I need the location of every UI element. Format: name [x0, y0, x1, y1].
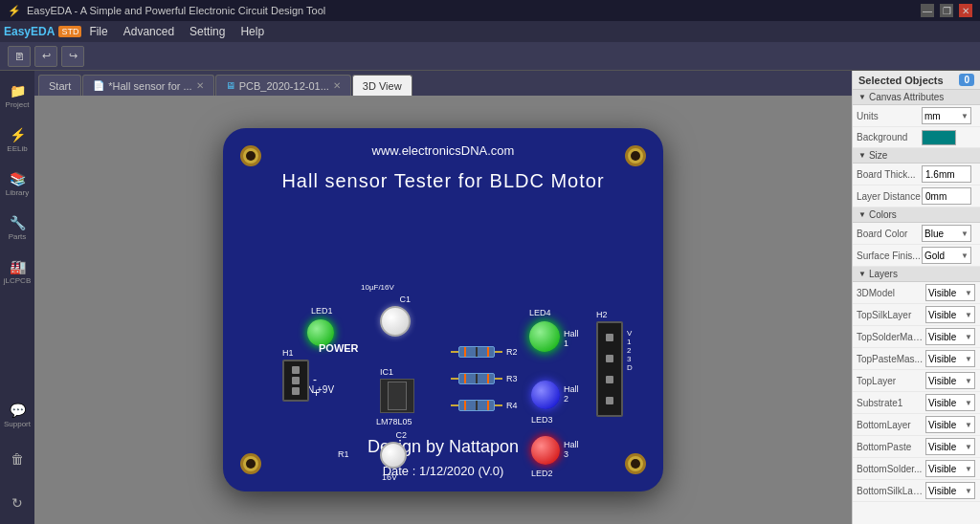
- layer-dropdown-8[interactable]: Visible ▼: [925, 460, 975, 477]
- close-button[interactable]: ✕: [959, 4, 972, 17]
- toolbar-btn-2[interactable]: ↩: [34, 46, 57, 67]
- led3-label: LED3: [531, 415, 553, 425]
- layer-dropdown-0[interactable]: Visible ▼: [925, 284, 975, 301]
- maximize-button[interactable]: ❐: [940, 4, 953, 17]
- surface-finish-arrow: ▼: [961, 251, 969, 260]
- layer-dropdown-6[interactable]: Visible ▼: [925, 416, 975, 433]
- title-bar: ⚡ EasyEDA - A Simple and Powerful Electr…: [0, 0, 980, 21]
- tab-start[interactable]: Start: [38, 75, 81, 96]
- tab-hall-close[interactable]: ✕: [196, 80, 204, 91]
- ic1-area: IC1 LM78L05: [380, 379, 414, 413]
- tab-hall-label: *Hall sensor for ...: [108, 80, 191, 92]
- section-size[interactable]: Size: [853, 148, 980, 164]
- r4-body: [458, 400, 495, 411]
- tab-3d-view[interactable]: 3D View: [352, 75, 412, 96]
- dc-minus: -: [313, 373, 317, 386]
- h2-area: H2 V123D: [596, 321, 623, 417]
- layer-value-9: Visible: [928, 486, 956, 496]
- tab-hall-sensor[interactable]: 📄 *Hall sensor for ... ✕: [82, 75, 213, 96]
- layer-row: 3DModel Visible ▼: [853, 282, 980, 304]
- surface-finish-dropdown[interactable]: Gold ▼: [922, 247, 971, 264]
- menu-advanced[interactable]: Advanced: [116, 21, 182, 42]
- sidebar-item-parts[interactable]: 🔧 Parts: [2, 207, 33, 249]
- layer-dropdown-5[interactable]: Visible ▼: [925, 394, 975, 411]
- layer-dropdown-1[interactable]: Visible ▼: [925, 306, 975, 323]
- 3d-view-canvas[interactable]: www.electronicsDNA.com Hall sensor Teste…: [34, 96, 852, 524]
- layer-dropdown-3[interactable]: Visible ▼: [925, 350, 975, 367]
- layer-dropdown-9[interactable]: Visible ▼: [925, 482, 975, 499]
- sidebar-item-eelib[interactable]: ⚡ EELib: [2, 119, 33, 161]
- h2-connector: [596, 321, 623, 417]
- sidebar-item-support[interactable]: 💬 Support: [2, 394, 33, 436]
- toolbar-btn-3[interactable]: ↪: [61, 46, 84, 67]
- tab-pcb[interactable]: 🖥 PCB_2020-12-01... ✕: [215, 75, 351, 96]
- tab-pcb-label: PCB_2020-12-01...: [239, 80, 329, 92]
- section-colors[interactable]: Colors: [853, 207, 980, 223]
- toolbar-btn-1[interactable]: 🖹: [8, 46, 31, 67]
- board-color-value-container: Blue ▼: [922, 225, 976, 242]
- background-color-swatch[interactable]: [922, 130, 956, 145]
- layer-value-2: Visible: [928, 332, 956, 342]
- section-layers[interactable]: Layers: [853, 267, 980, 282]
- app-logo-menu: EasyEDA: [4, 25, 55, 38]
- r4-stripe3: [487, 401, 489, 410]
- tab-start-label: Start: [49, 80, 71, 92]
- layer-dropdown-2[interactable]: Visible ▼: [925, 328, 975, 345]
- layer-label-0: 3DModel: [857, 288, 925, 298]
- resistors-group: R2 R3: [451, 346, 518, 411]
- layer-arrow-0: ▼: [965, 289, 972, 297]
- layer-row: BottomLayer Visible ▼: [853, 414, 980, 436]
- h1-area: H1: [282, 360, 309, 402]
- menu-file[interactable]: File: [81, 21, 115, 42]
- surface-finish-value-container: Gold ▼: [922, 247, 976, 264]
- r3-lead-r: [495, 378, 502, 380]
- layer-arrow-1: ▼: [965, 311, 972, 319]
- layer-dropdown-4[interactable]: Visible ▼: [925, 372, 975, 389]
- layer-value-8: Visible: [928, 464, 956, 474]
- sidebar-item-project[interactable]: 📁 Project: [2, 75, 33, 117]
- menu-help[interactable]: Help: [233, 21, 272, 42]
- layer-label-2: TopSolderMas...: [857, 332, 925, 342]
- refresh-icon: ↻: [11, 495, 23, 511]
- sidebar-item-jlcpcb[interactable]: 🏭 jLCPCB: [2, 251, 33, 293]
- sidebar-item-library[interactable]: 📚 Library: [2, 163, 33, 205]
- led4-label: LED4: [529, 308, 551, 317]
- sidebar-label-jlcpcb: jLCPCB: [4, 276, 31, 285]
- board-thick-input[interactable]: [922, 165, 971, 183]
- layer-row: BottomSilkLayer Visible ▼: [853, 480, 980, 502]
- recycle-bin-button[interactable]: 🗑: [2, 438, 33, 480]
- titlebar-left: ⚡ EasyEDA - A Simple and Powerful Electr…: [8, 5, 325, 17]
- refresh-button[interactable]: ↻: [2, 482, 33, 524]
- minimize-button[interactable]: —: [921, 4, 934, 17]
- layer-dropdown-7[interactable]: Visible ▼: [925, 438, 975, 455]
- main-area: 📁 Project ⚡ EELib 📚 Library 🔧 Parts 🏭 jL…: [0, 71, 980, 524]
- r3-stripe3: [487, 374, 489, 383]
- menu-setting[interactable]: Setting: [182, 21, 233, 42]
- layer-dist-value-container: [922, 187, 976, 205]
- tab-pcb-close[interactable]: ✕: [333, 80, 341, 91]
- background-value-container: [922, 130, 976, 145]
- layer-label-1: TopSilkLayer: [857, 310, 925, 320]
- section-canvas-attributes[interactable]: Canvas Attributes: [853, 90, 980, 105]
- canvas-attributes-label: Canvas Attributes: [869, 92, 944, 102]
- parts-icon: 🔧: [10, 215, 26, 230]
- layer-value-1: Visible: [928, 310, 956, 320]
- tab-3d-label: 3D View: [363, 80, 402, 92]
- layer-row: TopLayer Visible ▼: [853, 370, 980, 392]
- units-row: Units mm ▼: [853, 105, 980, 127]
- r4-lead-r: [495, 404, 502, 406]
- r2-label: R2: [506, 347, 518, 357]
- surface-finish-row: Surface Finis... Gold ▼: [853, 245, 980, 267]
- board-color-dropdown[interactable]: Blue ▼: [922, 225, 971, 242]
- layers-label: Layers: [869, 269, 898, 279]
- surface-finish-label: Surface Finis...: [857, 251, 922, 261]
- units-dropdown[interactable]: mm ▼: [922, 107, 971, 124]
- h1-pin2: [292, 377, 300, 384]
- recycle-bin-icon: 🗑: [11, 451, 24, 467]
- led2-label: LED2: [531, 469, 553, 478]
- layer-label-5: Substrate1: [857, 398, 925, 408]
- layer-dist-label: Layer Distance: [857, 191, 922, 202]
- layer-dist-row: Layer Distance: [853, 186, 980, 207]
- layer-dist-input[interactable]: [922, 187, 971, 205]
- led2-component: [531, 436, 560, 465]
